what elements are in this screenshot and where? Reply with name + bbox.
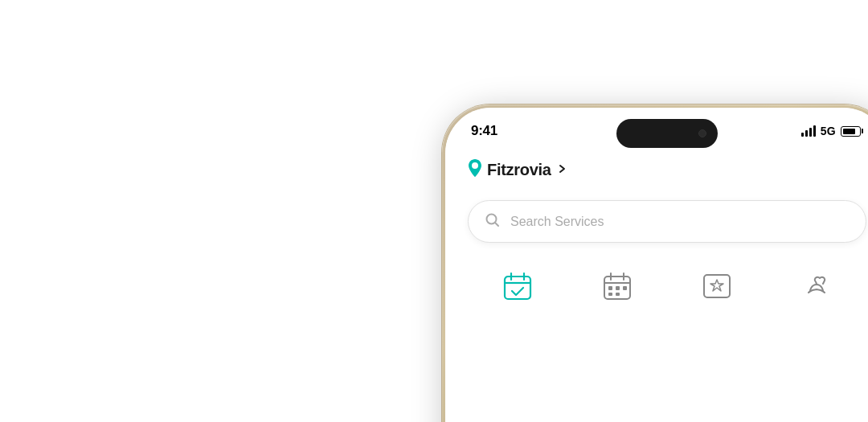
location-pin-icon	[468, 159, 482, 181]
signal-bar-2	[805, 130, 808, 137]
bottom-icon-favorites[interactable]	[667, 268, 767, 304]
svg-rect-14	[704, 275, 730, 297]
status-time: 9:41	[471, 123, 497, 139]
star-list-icon	[699, 268, 735, 304]
svg-marker-15	[710, 280, 723, 291]
svg-rect-10	[616, 286, 620, 290]
location-chevron-icon	[558, 163, 567, 177]
svg-rect-11	[623, 286, 627, 290]
status-bar: 9:41 5G	[445, 108, 868, 150]
svg-rect-12	[608, 293, 612, 296]
search-icon	[485, 212, 501, 231]
location-header[interactable]: Fitzrovia	[468, 150, 866, 197]
signal-bar-3	[809, 128, 812, 137]
calendar-check-icon	[500, 268, 535, 304]
svg-rect-13	[616, 293, 620, 296]
battery-fill	[843, 129, 855, 134]
location-name: Fitzrovia	[487, 161, 551, 179]
bottom-icon-calendar[interactable]	[567, 268, 667, 304]
app-content: Fitzrovia	[445, 150, 868, 310]
status-right: 5G	[801, 125, 863, 137]
search-bar[interactable]: Search Services	[468, 200, 866, 243]
svg-rect-1	[505, 277, 530, 299]
bottom-icons-row	[468, 262, 866, 310]
camera-dot	[698, 129, 706, 137]
calendar-grid-icon	[600, 268, 635, 304]
battery-cap	[862, 129, 863, 133]
battery-icon	[841, 126, 863, 137]
scene: 9:41 5G	[0, 0, 868, 422]
signal-bars-icon	[801, 125, 816, 137]
heart-hand-icon	[799, 268, 834, 304]
search-container: Search Services	[468, 200, 866, 243]
network-label: 5G	[821, 125, 836, 137]
bottom-icon-bookings[interactable]	[468, 268, 567, 304]
dynamic-island	[616, 119, 718, 148]
battery-body	[841, 126, 861, 137]
signal-bar-1	[801, 133, 804, 137]
phone-frame: 9:41 5G	[442, 104, 868, 422]
bottom-icon-care[interactable]	[767, 268, 866, 304]
search-placeholder: Search Services	[510, 215, 604, 229]
phone-screen: 9:41 5G	[445, 108, 868, 422]
phone-inner: 9:41 5G	[445, 108, 868, 422]
signal-bar-4	[813, 125, 816, 137]
svg-rect-9	[608, 286, 612, 290]
